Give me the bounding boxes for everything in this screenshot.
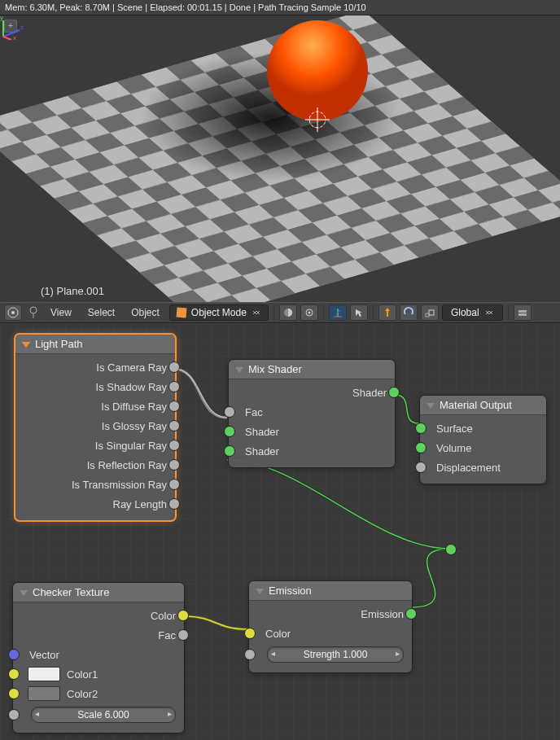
socket-output[interactable]	[168, 420, 180, 431]
collapse-icon	[20, 590, 28, 596]
socket-input[interactable]	[224, 426, 235, 437]
manipulator-icon[interactable]	[329, 304, 347, 321]
svg-line-11	[3, 30, 20, 37]
cursor-icon[interactable]	[350, 304, 368, 321]
socket-output[interactable]	[405, 608, 417, 620]
orientation-label: Global	[451, 307, 479, 318]
svg-rect-31	[518, 313, 527, 316]
node-header[interactable]: Checker Texture	[13, 583, 184, 602]
output-label: Is Glossy Ray	[98, 420, 170, 432]
rotate-icon[interactable]	[400, 304, 418, 321]
node-title: Light Path	[35, 338, 83, 350]
pivot-icon[interactable]	[300, 304, 318, 321]
object-menu[interactable]: Object	[125, 304, 166, 321]
output-label: Color	[147, 610, 179, 622]
pin-icon[interactable]	[27, 305, 40, 320]
socket-output[interactable]	[168, 479, 180, 490]
viewport-header: View Select Object Object Mode Global	[0, 302, 560, 323]
socket-input[interactable]	[244, 649, 256, 660]
socket-output[interactable]	[177, 629, 189, 641]
collapse-icon	[235, 367, 243, 373]
socket-output[interactable]	[168, 381, 180, 392]
svg-rect-29	[429, 310, 434, 315]
svg-point-5	[267, 20, 368, 121]
socket-output[interactable]	[168, 440, 180, 451]
select-menu[interactable]: Select	[81, 304, 121, 321]
active-object-label: (1) Plane.001	[41, 285, 104, 297]
axis-gizmo: y z x	[0, 15, 24, 40]
svg-line-12	[3, 37, 11, 40]
output-label: Is Reflection Ray	[84, 459, 170, 471]
reroute-socket[interactable]	[445, 544, 457, 555]
socket-input[interactable]	[415, 423, 427, 434]
socket-input[interactable]	[224, 406, 235, 418]
output-label: Is Shadow Ray	[93, 381, 170, 393]
input-label: Shader	[242, 426, 282, 438]
collapse-icon	[22, 342, 30, 348]
node-header[interactable]: Material Output	[420, 396, 546, 415]
viewport-3d[interactable]: +	[0, 15, 560, 302]
output-label: Fac	[155, 629, 179, 641]
node-mix-shader[interactable]: Mix Shader Shader Fac Shader Shader	[228, 359, 396, 468]
socket-output[interactable]	[177, 610, 189, 621]
collapse-icon	[427, 403, 435, 409]
socket-input[interactable]	[8, 649, 20, 660]
input-label: Color	[262, 628, 294, 640]
dropdown-icon	[484, 308, 494, 317]
orientation-selector[interactable]: Global	[442, 304, 503, 321]
svg-point-18	[30, 307, 37, 313]
color-swatch[interactable]	[28, 686, 60, 701]
output-label: Is Diffuse Ray	[98, 401, 170, 413]
input-label: Vector	[26, 649, 63, 661]
input-label: Color1	[63, 668, 101, 681]
node-title: Checker Texture	[33, 586, 109, 598]
node-editor[interactable]: Light Path Is Camera Ray Is Shadow Ray I…	[0, 323, 560, 740]
node-header[interactable]: Mix Shader	[229, 360, 395, 379]
collapse-icon	[256, 589, 264, 594]
input-label: Shader	[242, 445, 282, 458]
output-label: Is Singular Ray	[92, 440, 170, 452]
node-light-path[interactable]: Light Path Is Camera Ray Is Shadow Ray I…	[14, 333, 177, 522]
scale-field[interactable]: Scale 6.000	[31, 707, 176, 723]
socket-input[interactable]	[8, 709, 20, 720]
svg-text:y: y	[0, 15, 3, 21]
svg-rect-30	[518, 310, 527, 313]
node-emission[interactable]: Emission Emission Color Strength 1.000	[248, 580, 413, 673]
translate-icon[interactable]	[378, 304, 396, 321]
output-label: Shader	[349, 387, 390, 399]
status-bar: Mem: 6.30M, Peak: 8.70M | Scene | Elapse…	[0, 0, 560, 15]
strength-field[interactable]: Strength 1.000	[267, 646, 404, 663]
socket-input[interactable]	[8, 668, 20, 680]
socket-output[interactable]	[168, 401, 180, 412]
socket-input[interactable]	[224, 445, 235, 457]
socket-input[interactable]	[244, 628, 256, 639]
input-label: Displacement	[433, 462, 504, 474]
socket-output[interactable]	[388, 387, 400, 398]
view-menu[interactable]: View	[44, 304, 78, 321]
socket-output[interactable]	[168, 361, 180, 373]
scale-icon[interactable]	[421, 304, 439, 321]
dropdown-icon	[252, 308, 261, 317]
input-label: Surface	[433, 423, 476, 435]
svg-point-17	[11, 311, 15, 314]
socket-output[interactable]	[168, 459, 180, 471]
layers-icon[interactable]	[514, 304, 532, 321]
svg-text:x: x	[13, 34, 16, 40]
node-checker-texture[interactable]: Checker Texture Color Fac Vector Color1 …	[12, 582, 185, 733]
output-label: Is Transmission Ray	[68, 479, 170, 491]
color-swatch[interactable]	[28, 667, 60, 681]
mode-label: Object Mode	[191, 307, 247, 318]
svg-text:z: z	[20, 24, 24, 31]
node-header[interactable]: Emission	[249, 581, 412, 601]
cube-icon	[176, 307, 186, 317]
node-material-output[interactable]: Material Output Surface Volume Displacem…	[419, 395, 547, 484]
socket-output[interactable]	[168, 498, 180, 510]
socket-input[interactable]	[415, 462, 427, 473]
node-header[interactable]: Light Path	[15, 335, 175, 354]
socket-input[interactable]	[415, 442, 427, 453]
shading-icon[interactable]	[279, 304, 297, 321]
socket-input[interactable]	[8, 688, 20, 699]
svg-rect-28	[426, 313, 429, 317]
mode-selector[interactable]: Object Mode	[169, 304, 269, 321]
editor-type-icon[interactable]	[4, 304, 22, 321]
